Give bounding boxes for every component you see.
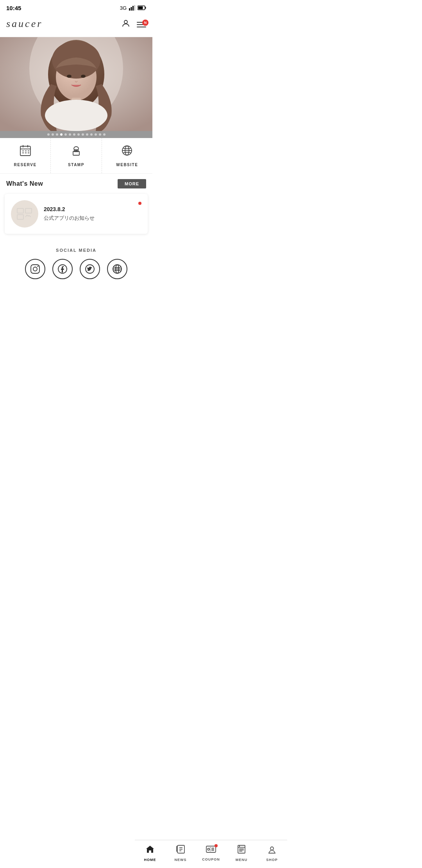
carousel-dot-10[interactable]: [86, 133, 88, 136]
carousel-dot-9[interactable]: [82, 133, 84, 136]
header: saucer N: [0, 14, 152, 37]
website-icon: [121, 144, 133, 160]
news-content: 2023.8.2 公式アプリのお知らせ: [44, 206, 133, 222]
carousel-dot-12[interactable]: [95, 133, 97, 136]
svg-point-8: [124, 20, 127, 23]
twitter-button[interactable]: [80, 259, 100, 279]
quick-actions: RESERVE STAMP WEBSITE: [0, 138, 152, 174]
svg-point-15: [81, 75, 86, 78]
thumbnail-placeholder: [17, 208, 32, 220]
website-label: WEBSITE: [116, 163, 138, 167]
carousel-dot-4[interactable]: [60, 133, 63, 136]
hamburger-menu-button[interactable]: N: [137, 22, 146, 27]
action-reserve[interactable]: RESERVE: [0, 138, 51, 173]
reserve-icon: [19, 144, 32, 160]
carousel-dot-2[interactable]: [52, 133, 54, 136]
action-stamp[interactable]: STAMP: [51, 138, 102, 173]
stamp-icon: [70, 144, 82, 160]
website-social-button[interactable]: [107, 259, 127, 279]
svg-rect-5: [145, 7, 146, 9]
whats-new-title: What's New: [6, 180, 43, 187]
news-date: 2023.8.2: [44, 206, 133, 212]
action-website[interactable]: WEBSITE: [102, 138, 152, 173]
social-media-section: SOCIAL MEDIA: [0, 240, 152, 285]
more-button[interactable]: MORE: [118, 179, 146, 188]
carousel-dot-7[interactable]: [73, 133, 75, 136]
svg-point-39: [38, 266, 39, 267]
menu-notification-badge: N: [142, 20, 148, 26]
carousel-dot-14[interactable]: [103, 133, 106, 136]
header-right: N: [121, 19, 146, 30]
svg-rect-0: [129, 8, 130, 11]
svg-rect-6: [138, 7, 143, 9]
news-text: 公式アプリのお知らせ: [44, 215, 133, 222]
instagram-button[interactable]: [25, 259, 45, 279]
stamp-label: STAMP: [68, 163, 84, 167]
social-media-title: SOCIAL MEDIA: [6, 248, 146, 253]
carousel-dot-5[interactable]: [64, 133, 67, 136]
news-card-1[interactable]: 2023.8.2 公式アプリのお知らせ: [5, 194, 148, 234]
news-thumbnail: [11, 200, 38, 228]
carousel-dot-13[interactable]: [99, 133, 101, 136]
network-bars-icon: [129, 5, 135, 11]
facebook-button[interactable]: [52, 259, 73, 279]
svg-point-38: [33, 267, 37, 271]
status-icons: 3G: [120, 5, 146, 11]
hero-image-container: [0, 37, 152, 131]
battery-icon: [138, 5, 146, 10]
news-new-indicator: [138, 202, 141, 205]
app-logo: saucer: [6, 16, 77, 33]
carousel-dot-11[interactable]: [90, 133, 93, 136]
carousel-dots: [0, 131, 152, 138]
carousel-dot-6[interactable]: [69, 133, 71, 136]
hero-illustration: [0, 37, 152, 131]
content-spacer: [0, 285, 152, 309]
whats-new-header: What's New MORE: [0, 174, 152, 194]
account-icon[interactable]: [121, 19, 131, 30]
svg-rect-2: [132, 6, 134, 11]
reserve-label: RESERVE: [14, 163, 37, 167]
svg-rect-34: [17, 208, 23, 213]
social-icons-row: [6, 259, 146, 279]
status-bar: 10:45 3G: [0, 0, 152, 14]
signal-icon: 3G: [120, 5, 127, 11]
status-time: 10:45: [6, 5, 21, 11]
hero-image: [0, 37, 152, 131]
svg-rect-1: [131, 7, 132, 11]
saucer-logo-svg: saucer: [6, 16, 77, 30]
svg-point-14: [67, 75, 72, 78]
svg-text:saucer: saucer: [6, 18, 43, 29]
carousel-dot-8[interactable]: [77, 133, 80, 136]
svg-rect-35: [25, 208, 32, 213]
svg-rect-3: [134, 5, 136, 11]
carousel-dot-3[interactable]: [56, 133, 58, 136]
svg-rect-36: [17, 215, 23, 219]
carousel-dot-1[interactable]: [47, 133, 50, 136]
